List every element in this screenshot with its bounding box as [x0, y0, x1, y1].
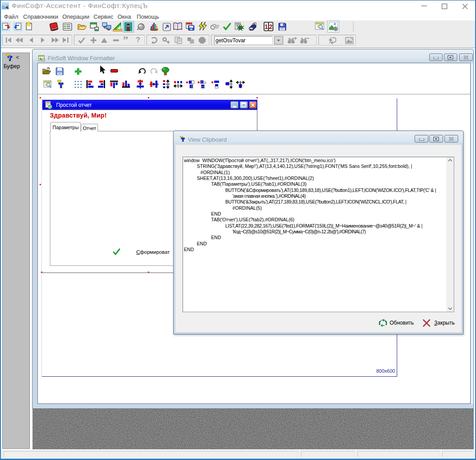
svg-text:2: 2 — [269, 23, 273, 30]
svg-text:1: 1 — [264, 23, 268, 30]
